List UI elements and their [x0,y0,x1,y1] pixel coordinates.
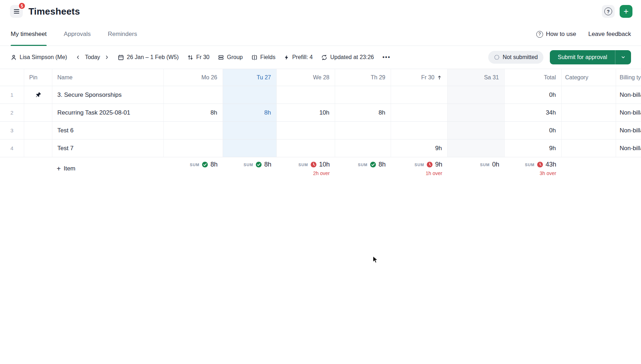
sum-mo: SUM 8h [164,157,223,186]
header-fr[interactable]: Fr 30 [391,69,448,86]
person-icon [11,54,17,60]
day-cell-sa[interactable] [448,122,505,139]
day-cell-tu[interactable] [223,122,277,139]
name-cell[interactable]: Test 6 [52,122,164,139]
table-footer: + Item SUM 8h SUM 8h SUM 10h [0,157,641,186]
submit-for-approval-button[interactable]: Submit for approval [550,50,631,64]
pin-cell[interactable] [24,122,52,139]
fields-control[interactable]: Fields [251,54,276,60]
clock-circle-icon [311,162,317,168]
day-cell-sa[interactable] [448,86,505,104]
more-options-button[interactable]: ••• [382,54,391,60]
day-cell-th[interactable] [335,122,391,139]
category-cell[interactable] [562,122,616,139]
day-cell-mo[interactable] [164,139,223,157]
tab-my-timesheet[interactable]: My timesheet [11,23,47,46]
total-cell: 9h [505,139,562,157]
leave-feedback-link[interactable]: Leave feedback [588,31,631,38]
submit-dropdown-button[interactable] [615,50,631,64]
notification-badge: 5 [18,2,26,10]
chevron-down-icon [621,55,626,60]
status-badge[interactable]: Not submitted [488,51,544,64]
top-bar: 5 Timesheets ? + [0,0,641,23]
header-th[interactable]: Th 29 [335,69,391,86]
previous-period-button[interactable] [75,55,80,60]
day-cell-we[interactable] [277,122,335,139]
day-cell-fr[interactable] [391,122,448,139]
check-circle-icon [202,162,208,168]
sort-control[interactable]: Fr 30 [187,54,209,60]
day-cell-we[interactable]: 10h [277,104,335,121]
add-button[interactable]: + [620,5,632,18]
header-mo[interactable]: Mo 26 [164,69,223,86]
pushpin-icon [35,92,41,98]
billing-cell[interactable]: Non-billa [616,104,641,121]
how-to-use-link[interactable]: ? How to use [536,31,576,38]
day-cell-mo[interactable] [164,86,223,104]
sum-total: SUM 43h 3h over [505,157,562,186]
category-cell[interactable] [562,139,616,157]
header-we[interactable]: We 28 [277,69,335,86]
add-item-button[interactable]: + Item [52,161,75,172]
table-row: 3 Test 6 0h Non-billa [0,122,641,139]
header-total[interactable]: Total [505,69,562,86]
day-cell-tu[interactable] [223,139,277,157]
total-cell: 34h [505,104,562,121]
header-billing-type[interactable]: Billing ty [616,69,641,86]
billing-cell[interactable]: Non-billa [616,139,641,157]
pin-cell[interactable] [24,86,52,104]
tab-reminders[interactable]: Reminders [108,23,137,46]
category-cell[interactable] [562,104,616,121]
day-cell-we[interactable] [277,86,335,104]
day-cell-sa[interactable] [448,104,505,121]
clock-circle-icon [537,162,543,168]
user-selector[interactable]: Lisa Simpson (Me) [11,54,67,60]
tab-approvals[interactable]: Approvals [64,23,91,46]
day-cell-th[interactable] [335,86,391,104]
day-cell-tu[interactable]: 8h [223,104,277,121]
billing-cell[interactable]: Non-billa [616,122,641,139]
table-row: 4 Test 7 9h 9h Non-billa [0,139,641,157]
question-mark-icon: ? [536,31,543,38]
header-name[interactable]: Name [52,69,164,86]
help-button[interactable]: ? [602,5,615,18]
plus-icon: + [57,165,61,172]
sort-up-arrow-icon [437,75,442,80]
group-control[interactable]: Group [218,54,243,60]
day-cell-mo[interactable]: 8h [164,104,223,121]
next-period-button[interactable] [104,55,109,60]
day-cell-tu[interactable] [223,86,277,104]
name-cell[interactable]: 3. Secure Sponsorships [52,86,164,104]
header-category[interactable]: Category [562,69,616,86]
row-number: 4 [0,139,24,157]
page-title: Timesheets [28,6,80,17]
day-cell-mo[interactable] [164,122,223,139]
table-header: Pin Name Mo 26 Tu 27 We 28 Th 29 Fr 30 S… [0,69,641,86]
day-cell-fr[interactable]: 9h [391,139,448,157]
header-pin[interactable]: Pin [24,69,52,86]
pin-cell[interactable] [24,104,52,121]
refresh-status[interactable]: Updated at 23:26 [321,54,374,60]
chevron-right-icon [104,55,109,60]
day-cell-fr[interactable] [391,104,448,121]
name-cell[interactable]: Test 7 [52,139,164,157]
sum-we: SUM 10h 2h over [277,157,335,186]
header-rownum [0,69,24,86]
sum-sa: SUM 0h [448,157,505,186]
day-cell-we[interactable] [277,139,335,157]
header-tu[interactable]: Tu 27 [223,69,277,86]
prefill-control[interactable]: Prefill: 4 [284,54,313,60]
day-cell-fr[interactable] [391,86,448,104]
category-cell[interactable] [562,86,616,104]
name-cell[interactable]: Recurring Task 2025-08-01 [52,104,164,121]
day-cell-sa[interactable] [448,139,505,157]
day-cell-th[interactable]: 8h [335,104,391,121]
main-menu-button[interactable]: 5 [10,5,23,18]
header-sa[interactable]: Sa 31 [448,69,505,86]
pin-cell[interactable] [24,139,52,157]
day-cell-th[interactable] [335,139,391,157]
date-range-selector[interactable]: 26 Jan – 1 Feb (W5) [118,54,179,60]
sum-fr: SUM 9h 1h over [391,157,448,186]
billing-cell[interactable]: Non-billa [616,86,641,104]
today-button[interactable]: Today [85,54,100,60]
